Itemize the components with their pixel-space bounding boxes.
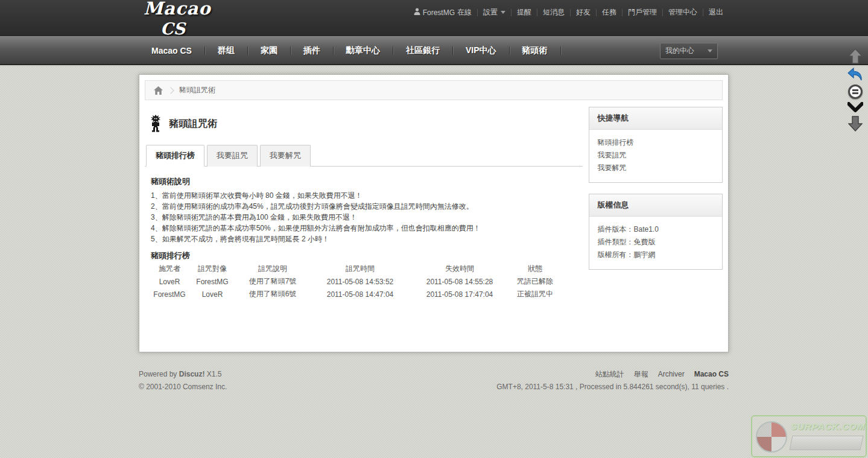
watermark-emblem-icon [756,421,787,453]
nav-item-home[interactable]: Macao CS [139,46,204,56]
footer-link-archiver[interactable]: Archiver [658,368,685,381]
footer-links: 站點統計 舉報 Archiver Macao CS [496,368,729,381]
topbar-link-logout[interactable]: 退出 [703,7,729,17]
cell-caster: LoveR [151,275,188,288]
options-circle-icon[interactable] [848,84,863,99]
watermark-text: SURPACK.COM [791,421,865,431]
col-header-description: 詛咒說明 [236,262,309,275]
topbar-link-admin-center[interactable]: 管理中心 [663,7,703,17]
copyright-box: 版權信息 插件版本：Bate1.0 插件類型：免費版 版權所有：鵬宇網 [589,194,723,270]
table-row: ForestMG LoveR 使用了豬頭6號 2011-05-08 14:47:… [151,288,562,301]
nav-item-pighead[interactable]: 豬頭術 [510,45,560,56]
user-icon [414,8,420,17]
topbar-link-portal-admin[interactable]: 門戶管理 [622,7,662,17]
notice-title: 豬頭術說明 [151,176,583,187]
cell-expire-time: 2011-05-08 14:55:28 [411,275,508,288]
top-bar: Macao CS ForestMG 在線 設置 提醒 短消息 好友 任 [0,0,868,36]
logo-line2: CS [144,21,211,37]
my-center-label: 我的中心 [665,46,694,56]
quick-nav-box: 快捷導航 豬頭排行榜 我要詛咒 我要解咒 [589,107,723,183]
sidebar: 快捷導航 豬頭排行榜 我要詛咒 我要解咒 版權信息 插件版本：Bate1.0 插… [589,107,723,301]
topbar-link-tasks[interactable]: 任務 [597,7,622,17]
copyright-box-title: 版權信息 [589,194,722,217]
col-header-status: 狀態 [508,262,562,275]
breadcrumb-separator-icon [167,87,174,94]
col-header-target: 詛咒對像 [188,262,236,275]
cell-target: ForestMG [188,275,236,288]
tab-bar: 豬頭排行榜 我要詛咒 我要解咒 [145,144,583,167]
powered-prefix: Powered by [139,370,177,378]
topbar-link-friends[interactable]: 好友 [571,7,596,17]
ranking-title: 豬頭排行榜 [151,250,583,261]
scroll-bottom-arrow-icon[interactable] [848,116,863,132]
home-icon[interactable] [149,86,167,95]
user-profile-link[interactable]: ForestMG 在線 [408,7,477,17]
footer-copyright: © 2001-2010 Comsenz Inc. [139,381,227,393]
tab-ranking[interactable]: 豬頭排行榜 [146,145,204,167]
main-column: 豬頭詛咒術 豬頭排行榜 我要詛咒 我要解咒 豬頭術說明 1、當前使用豬頭術單次收… [145,107,583,301]
cell-expire-time: 2011-05-08 17:47:04 [411,288,508,301]
footer: Powered by Discuz! X1.5 © 2001-2010 Coms… [139,368,729,393]
content-panel: 豬頭詛咒術 [139,74,729,352]
sidebar-link-ranking[interactable]: 豬頭排行榜 [597,136,714,149]
tab-curse[interactable]: 我要詛咒 [207,145,258,167]
nav-item-plugins[interactable]: 插件 [291,45,333,56]
table-header-row: 施咒者 詛咒對像 詛咒說明 詛咒時間 失效時間 狀態 [151,262,562,275]
breadcrumb: 豬頭詛咒術 [145,80,723,100]
sidebar-link-curse[interactable]: 我要詛咒 [597,149,714,162]
nav-item-space[interactable]: 家園 [248,45,290,56]
nav-item-medal-center[interactable]: 勳章中心 [334,45,393,56]
col-header-expire-time: 失效時間 [411,262,508,275]
nav-item-vip-center[interactable]: VIP中心 [453,45,509,56]
chevron-down-icon [708,49,712,52]
tab-uncurse[interactable]: 我要解咒 [260,145,311,167]
cell-description: 使用了豬頭6號 [236,288,309,301]
chevron-down-icon [501,11,505,14]
discuz-brand-link[interactable]: Discuz! [179,370,205,378]
main-nav: Macao CS 群组 家園 插件 勳章中心 社區銀行 VIP中心 豬頭術 我的… [0,36,868,65]
ranking-section: 豬頭排行榜 施咒者 詛咒對像 詛咒說明 詛咒時間 失效時間 狀態 [151,250,583,301]
page-scroll-tools [846,48,865,135]
topbar-link-notice[interactable]: 提醒 [512,7,537,17]
cell-target: LoveR [188,288,236,301]
footer-site-name: Macao CS [694,368,729,381]
cell-description: 使用了豬頭7號 [236,275,309,288]
col-header-curse-time: 詛咒時間 [309,262,411,275]
watermark-banner [789,436,863,450]
notice-item: 2、當前使用豬頭術的成功率為45%，詛咒成功後對方頭像將會變成指定頭像且詛咒時間… [151,201,583,212]
cell-curse-time: 2011-05-08 14:53:52 [309,275,411,288]
plugin-type: 插件類型：免費版 [597,236,714,249]
scroll-top-arrow-icon[interactable] [848,48,863,64]
powered-by-line: Powered by Discuz! X1.5 [139,368,227,381]
col-header-caster: 施咒者 [151,262,188,275]
nav-item-bank[interactable]: 社區銀行 [393,45,452,56]
pighead-mascot-icon [150,114,162,134]
page-title: 豬頭詛咒術 [150,112,583,136]
user-menu: ForestMG 在線 設置 提醒 短消息 好友 任務 門戶管理 管理中心 退出 [408,7,729,17]
topbar-link-pm[interactable]: 短消息 [537,7,570,17]
notice-section: 豬頭術說明 1、當前使用豬頭術單次收費每小時 80 金錢，如果失敗費用不退！ 2… [151,176,583,244]
my-center-dropdown[interactable]: 我的中心 [660,43,718,59]
settings-label: 設置 [483,7,498,17]
cell-status: 咒語已解除 [508,275,562,288]
chevron-down-black-icon[interactable] [847,102,863,113]
page-title-text: 豬頭詛咒術 [169,118,217,130]
user-name: ForestMG [423,8,455,17]
cell-status: 正被詛咒中 [508,288,562,301]
breadcrumb-current: 豬頭詛咒術 [179,85,215,95]
footer-stats-line: GMT+8, 2011-5-8 15:31 , Processed in 5.8… [496,381,729,393]
footer-link-report[interactable]: 舉報 [634,368,648,381]
ranking-table: 施咒者 詛咒對像 詛咒說明 詛咒時間 失效時間 狀態 LoveR ForestM… [151,262,562,301]
user-status: 在線 [457,7,472,17]
notice-item: 4、解除豬頭術咒語的基本成功率50%，如果使用額外方法將會有附加成功率，但也會扣… [151,223,583,234]
watermark-logo: SURPACK.COM [751,415,867,457]
footer-link-stats[interactable]: 站點統計 [595,368,624,381]
nav-item-groups[interactable]: 群组 [205,45,247,56]
sidebar-link-uncurse[interactable]: 我要解咒 [597,162,714,174]
site-logo[interactable]: Macao CS [144,1,211,37]
back-arrow-icon[interactable] [847,67,863,81]
notice-item: 1、當前使用豬頭術單次收費每小時 80 金錢，如果失敗費用不退！ [151,190,583,201]
cell-caster: ForestMG [151,288,188,301]
settings-menu[interactable]: 設置 [478,7,511,17]
cell-curse-time: 2011-05-08 14:47:04 [309,288,411,301]
